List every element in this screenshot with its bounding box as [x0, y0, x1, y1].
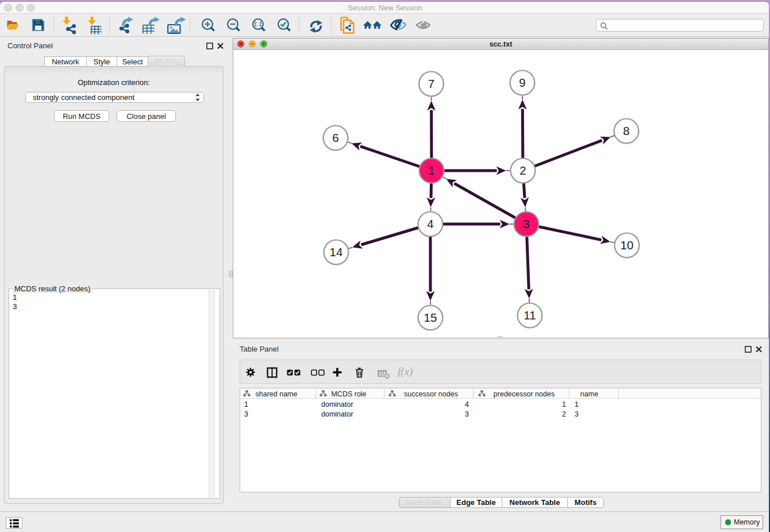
svg-text:15: 15 — [424, 311, 437, 324]
svg-text:1: 1 — [428, 164, 434, 177]
svg-text:11: 11 — [523, 309, 536, 322]
svg-text:10: 10 — [621, 238, 634, 252]
svg-text:2: 2 — [519, 164, 526, 177]
svg-text:3: 3 — [523, 217, 529, 230]
svg-text:9: 9 — [519, 76, 525, 89]
svg-text:6: 6 — [332, 131, 338, 144]
svg-text:8: 8 — [623, 124, 629, 137]
svg-text:7: 7 — [428, 77, 434, 90]
svg-text:14: 14 — [330, 245, 343, 259]
svg-text:4: 4 — [427, 217, 433, 230]
